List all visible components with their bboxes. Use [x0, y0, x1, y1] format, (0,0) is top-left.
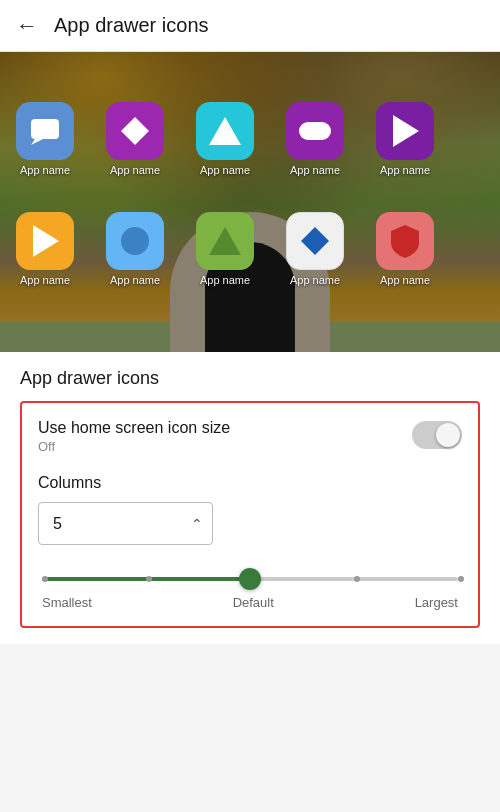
- slider-default-label: Default: [233, 595, 274, 610]
- svg-marker-9: [301, 227, 329, 255]
- columns-select[interactable]: 3 4 5 6 7: [38, 502, 213, 545]
- app-bar: ← App drawer icons: [0, 0, 500, 52]
- app-icon: [16, 212, 74, 270]
- toggle-sublabel: Off: [38, 439, 230, 454]
- app-icon: [106, 102, 164, 160]
- slider-labels: Smallest Default Largest: [42, 595, 458, 610]
- settings-box: Use home screen icon size Off Columns 3 …: [20, 401, 480, 628]
- slider-track: [42, 577, 458, 581]
- back-button[interactable]: ←: [16, 13, 38, 39]
- list-item: App name: [185, 212, 265, 286]
- slider-track-wrapper: [42, 569, 458, 589]
- app-icon: [376, 212, 434, 270]
- svg-marker-2: [121, 117, 149, 145]
- svg-marker-1: [31, 139, 43, 145]
- list-item: App name: [95, 102, 175, 176]
- settings-section-title: App drawer icons: [20, 368, 480, 389]
- list-item: App name: [365, 212, 445, 286]
- slider-tick: [354, 576, 360, 582]
- app-icon-label: App name: [200, 274, 250, 286]
- page-title: App drawer icons: [54, 14, 209, 37]
- slider-tick: [42, 576, 48, 582]
- slider-tick: [146, 576, 152, 582]
- list-item: App name: [275, 102, 355, 176]
- app-icon-label: App name: [380, 164, 430, 176]
- app-icon-label: App name: [290, 164, 340, 176]
- app-icon-label: App name: [20, 164, 70, 176]
- list-item: App name: [5, 212, 85, 286]
- app-icon: [106, 212, 164, 270]
- slider-container: Smallest Default Largest: [38, 569, 462, 610]
- app-icon-label: App name: [110, 164, 160, 176]
- list-item: App name: [275, 212, 355, 286]
- toggle-thumb: [436, 423, 460, 447]
- app-icon: [196, 102, 254, 160]
- svg-marker-8: [209, 227, 241, 255]
- toggle-row: Use home screen icon size Off: [38, 419, 462, 454]
- app-icon-label: App name: [110, 274, 160, 286]
- list-item: App name: [185, 102, 265, 176]
- app-icon-label: App name: [380, 274, 430, 286]
- slider-max-label: Largest: [415, 595, 458, 610]
- app-icon: [376, 102, 434, 160]
- app-icon: [16, 102, 74, 160]
- list-item: App name: [95, 212, 175, 286]
- list-item: App name: [365, 102, 445, 176]
- slider-thumb[interactable]: [239, 568, 261, 590]
- toggle-label-group: Use home screen icon size Off: [38, 419, 230, 454]
- preview-area: App name App name App name App name: [0, 52, 500, 352]
- slider-tick: [458, 576, 464, 582]
- svg-point-7: [121, 227, 149, 255]
- app-icon-label: App name: [200, 164, 250, 176]
- svg-rect-0: [31, 119, 59, 139]
- icons-row-1: App name App name App name App name: [5, 102, 445, 176]
- toggle-switch[interactable]: [412, 421, 462, 449]
- settings-section: App drawer icons Use home screen icon si…: [0, 352, 500, 644]
- svg-marker-3: [209, 117, 241, 145]
- svg-rect-4: [299, 122, 331, 140]
- list-item: App name: [5, 102, 85, 176]
- app-icon-label: App name: [290, 274, 340, 286]
- columns-select-wrapper: 3 4 5 6 7 ⌃: [38, 502, 213, 545]
- app-icon: [196, 212, 254, 270]
- icons-row-2: App name App name App name App name: [5, 212, 445, 286]
- toggle-label: Use home screen icon size: [38, 419, 230, 437]
- app-icon: [286, 102, 344, 160]
- app-icon-label: App name: [20, 274, 70, 286]
- slider-min-label: Smallest: [42, 595, 92, 610]
- svg-marker-5: [393, 115, 419, 147]
- app-icon: [286, 212, 344, 270]
- svg-marker-6: [33, 225, 59, 257]
- columns-label: Columns: [38, 474, 462, 492]
